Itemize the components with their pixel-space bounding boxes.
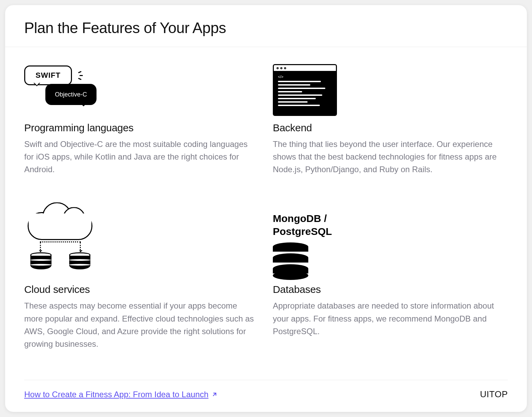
cloud-db-icon bbox=[24, 212, 259, 284]
card: Plan the Features of Your Apps SWIFT Obj… bbox=[5, 5, 527, 412]
feature-desc: Swift and Objective-C are the most suita… bbox=[24, 138, 256, 176]
speech-bubbles-icon: SWIFT Objective-C bbox=[24, 64, 259, 122]
code-window-icon: </> bbox=[273, 64, 508, 122]
external-link-icon bbox=[211, 391, 218, 398]
page-title: Plan the Features of Your Apps bbox=[24, 19, 508, 36]
feature-desc: Appropriate databases are needed to stor… bbox=[273, 299, 505, 338]
feature-cloud: Cloud services These aspects may become … bbox=[24, 212, 259, 366]
link-text: How to Create a Fitness App: From Idea t… bbox=[24, 390, 208, 399]
feature-title: Programming languages bbox=[24, 122, 259, 134]
database-icon: MongoDB /PostgreSQL bbox=[273, 212, 508, 284]
feature-databases: MongoDB /PostgreSQL Databases Appropriat… bbox=[273, 212, 508, 366]
feature-title: Backend bbox=[273, 122, 508, 134]
brand: UITOP bbox=[480, 389, 508, 400]
emphasis-lines-icon bbox=[75, 72, 84, 80]
feature-desc: The thing that lies beyond the user inte… bbox=[273, 138, 505, 176]
features-grid: SWIFT Objective-C Programming languages … bbox=[5, 47, 527, 366]
bubble-swift: SWIFT bbox=[24, 65, 72, 85]
feature-title: Databases bbox=[273, 284, 508, 295]
feature-programming: SWIFT Objective-C Programming languages … bbox=[24, 64, 259, 192]
feature-title: Cloud services bbox=[24, 284, 259, 295]
code-tag: </> bbox=[278, 75, 332, 79]
feature-desc: These aspects may become essential if yo… bbox=[24, 299, 256, 350]
db-icon-label: MongoDB /PostgreSQL bbox=[273, 212, 332, 238]
footer: How to Create a Fitness App: From Idea t… bbox=[24, 380, 508, 412]
source-link[interactable]: How to Create a Fitness App: From Idea t… bbox=[24, 390, 218, 399]
bubble-objc: Objective-C bbox=[45, 84, 97, 105]
feature-backend: </> Backend The thing that lies beyond t… bbox=[273, 64, 508, 192]
header: Plan the Features of Your Apps bbox=[5, 5, 527, 47]
